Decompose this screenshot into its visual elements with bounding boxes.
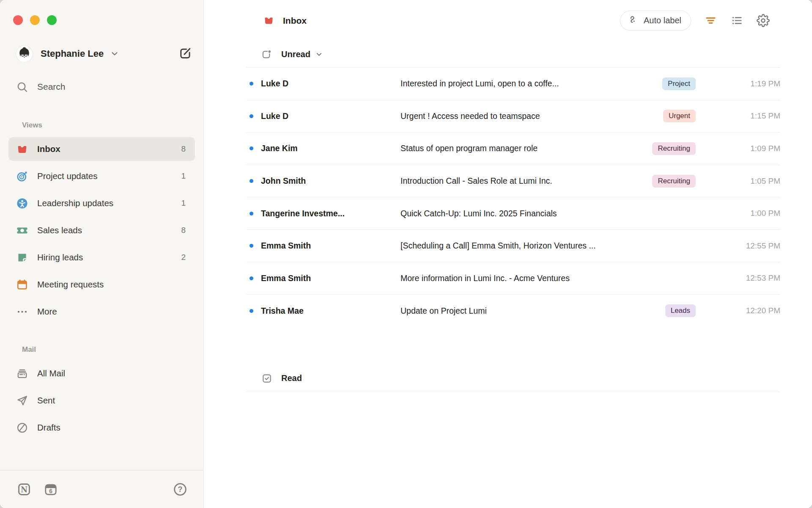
sidebar-section-title: Views bbox=[8, 120, 195, 130]
sidebar-item-more[interactable]: More bbox=[8, 300, 195, 323]
email-row[interactable]: Tangerine Investme... Quick Catch-Up: Lu… bbox=[246, 197, 780, 230]
close-window-button[interactable] bbox=[13, 15, 23, 25]
sidebar: Stephanie Lee Search Views Inbox 8 Proje… bbox=[0, 0, 204, 508]
page-title: Inbox bbox=[263, 15, 307, 26]
sidebar-section: Views Inbox 8 Project updates 1 Leadersh… bbox=[8, 120, 195, 323]
unread-dot-indicator bbox=[250, 146, 253, 150]
email-row[interactable]: John Smith Introduction Call - Sales Rol… bbox=[246, 165, 780, 198]
sidebar-item-all-mail[interactable]: All Mail bbox=[8, 362, 195, 385]
app-window: Stephanie Lee Search Views Inbox 8 Proje… bbox=[0, 0, 812, 508]
sidebar-item-label: Sent bbox=[37, 395, 55, 406]
email-subject: Interested in project Lumi, open to a co… bbox=[401, 79, 656, 88]
help-button[interactable]: ? bbox=[173, 482, 187, 497]
minimize-window-button[interactable] bbox=[30, 15, 40, 25]
email-time: 12:55 PM bbox=[696, 241, 780, 251]
email-label-badge: Project bbox=[662, 77, 696, 90]
header-actions: Auto label bbox=[620, 11, 770, 30]
read-checkbox-icon bbox=[261, 373, 272, 384]
email-label-badge: Recruiting bbox=[652, 142, 696, 155]
sidebar-item-label: Leadership updates bbox=[37, 198, 113, 208]
calendar-app-button[interactable]: 6 bbox=[44, 482, 58, 497]
unread-email-rows: Luke D Interested in project Lumi, open … bbox=[246, 68, 780, 327]
target-icon bbox=[16, 170, 28, 182]
sidebar-item-count: 8 bbox=[181, 144, 186, 154]
email-row[interactable]: Emma Smith [Scheduling a Call] Emma Smit… bbox=[246, 230, 780, 262]
sidebar-item-label: All Mail bbox=[37, 368, 65, 378]
email-sender: Luke D bbox=[261, 79, 401, 88]
sidebar-item-label: Drafts bbox=[37, 422, 60, 433]
list-view-icon bbox=[730, 14, 743, 27]
email-subject: Introduction Call - Sales Role at Lumi I… bbox=[401, 176, 646, 186]
zoom-window-button[interactable] bbox=[47, 15, 57, 25]
email-time: 1:09 PM bbox=[696, 144, 780, 153]
unread-dot-indicator bbox=[250, 82, 253, 86]
email-row[interactable]: Luke D Interested in project Lumi, open … bbox=[246, 68, 780, 100]
svg-text:?: ? bbox=[178, 485, 183, 493]
ellipsis-icon bbox=[16, 306, 28, 318]
chevron-down-icon bbox=[315, 50, 324, 59]
email-subject: Status of open program manager role bbox=[401, 144, 646, 153]
sidebar-item-inbox[interactable]: Inbox 8 bbox=[8, 137, 195, 161]
email-label-badge: Recruiting bbox=[652, 175, 696, 188]
search-label: Search bbox=[37, 82, 66, 92]
email-label-badge: Leads bbox=[665, 304, 696, 317]
window-controls bbox=[8, 0, 195, 25]
sidebar-item-leadership-updates[interactable]: Leadership updates 1 bbox=[8, 191, 195, 215]
read-group-header[interactable]: Read bbox=[246, 365, 780, 392]
filter-button[interactable] bbox=[704, 14, 717, 27]
sidebar-item-drafts[interactable]: Drafts bbox=[8, 416, 195, 439]
unread-group-label: Unread bbox=[281, 50, 310, 59]
avatar bbox=[16, 45, 33, 63]
email-row[interactable]: Jane Kim Status of open program manager … bbox=[246, 133, 780, 165]
email-time: 12:20 PM bbox=[696, 306, 780, 315]
unread-dot-indicator bbox=[250, 276, 253, 280]
send-icon bbox=[16, 395, 28, 407]
account-switcher[interactable]: Stephanie Lee bbox=[8, 44, 195, 63]
unread-dot-indicator bbox=[250, 114, 253, 118]
sidebar-item-label: Hiring leads bbox=[37, 252, 83, 262]
drafts-icon bbox=[16, 422, 28, 434]
sidebar-item-label: Project updates bbox=[37, 171, 97, 181]
unread-icon bbox=[261, 49, 272, 60]
notion-logo-button[interactable]: N bbox=[17, 482, 31, 497]
sidebar-item-count: 8 bbox=[181, 226, 186, 235]
sidebar-item-sales-leads[interactable]: Sales leads 8 bbox=[8, 218, 195, 242]
svg-text:6: 6 bbox=[49, 487, 52, 494]
settings-button[interactable] bbox=[757, 14, 770, 27]
email-subject: More information in Lumi Inc. - Acme Ven… bbox=[401, 273, 696, 283]
money-icon bbox=[16, 224, 28, 237]
list-view-button[interactable] bbox=[730, 14, 743, 27]
email-sender: Luke D bbox=[261, 111, 401, 121]
email-row[interactable]: Luke D Urgent ! Access needed to teamspa… bbox=[246, 100, 780, 133]
help-icon: ? bbox=[173, 482, 187, 497]
compose-button[interactable] bbox=[177, 46, 193, 62]
unread-dot-indicator bbox=[250, 309, 253, 313]
sidebar-footer: N 6 ? bbox=[0, 470, 203, 508]
sidebar-item-count: 2 bbox=[181, 253, 186, 262]
email-subject: Urgent ! Access needed to teamspace bbox=[401, 111, 657, 121]
sidebar-item-label: More bbox=[37, 306, 57, 317]
mail-panel: Inbox Auto label Unread Luke D Interes bbox=[204, 0, 812, 508]
person-icon bbox=[16, 197, 28, 210]
email-row[interactable]: Emma Smith More information in Lumi Inc.… bbox=[246, 262, 780, 295]
auto-label-icon bbox=[628, 14, 639, 28]
unread-dot-indicator bbox=[250, 212, 253, 215]
email-sender: Tangerine Investme... bbox=[261, 209, 401, 218]
email-row[interactable]: Trisha Mae Update on Project Lumi Leads … bbox=[246, 295, 780, 327]
auto-label-button[interactable]: Auto label bbox=[620, 11, 691, 30]
unread-group-header[interactable]: Unread bbox=[246, 41, 780, 68]
unread-dot-indicator bbox=[250, 179, 253, 183]
sidebar-section: Mail All Mail Sent Drafts bbox=[8, 345, 195, 439]
sidebar-item-project-updates[interactable]: Project updates 1 bbox=[8, 164, 195, 188]
calendar-icon bbox=[16, 279, 28, 291]
sidebar-item-meeting-requests[interactable]: Meeting requests bbox=[8, 273, 195, 296]
email-sender: John Smith bbox=[261, 176, 401, 186]
sidebar-item-sent[interactable]: Sent bbox=[8, 389, 195, 412]
search-icon bbox=[16, 81, 28, 93]
search-button[interactable]: Search bbox=[8, 77, 195, 97]
sidebar-item-hiring-leads[interactable]: Hiring leads 2 bbox=[8, 246, 195, 269]
email-subject: Quick Catch-Up: Lumi Inc. 2025 Financial… bbox=[401, 209, 696, 218]
sidebar-section-title: Mail bbox=[8, 345, 195, 355]
filter-icon bbox=[704, 14, 717, 27]
main-header: Inbox Auto label bbox=[204, 0, 812, 41]
